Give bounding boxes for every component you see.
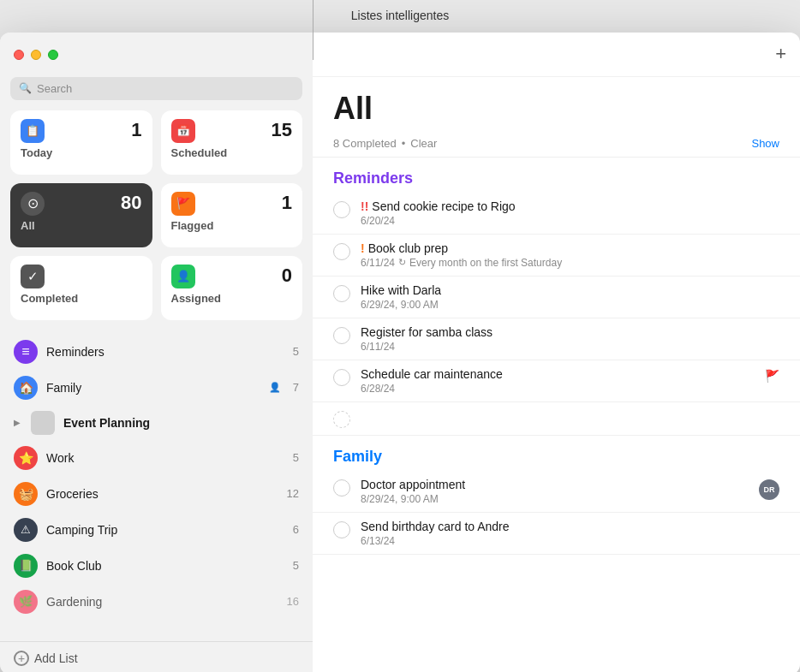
assigned-count: 0 [282, 265, 292, 287]
gardening-list-name: Gardening [46, 595, 278, 609]
reminder-body: Register for samba class 6/11/24 [361, 325, 779, 353]
smart-tile-all[interactable]: ⊙ 80 All [10, 183, 152, 247]
reminder-body: !! Send cookie recipe to Rigo 6/20/24 [361, 199, 779, 227]
sidebar-item-work[interactable]: ⭐ Work 5 [0, 440, 313, 476]
search-icon: 🔍 [19, 82, 32, 94]
show-button[interactable]: Show [751, 137, 779, 150]
reminder-checkbox[interactable] [333, 327, 350, 344]
sidebar-item-reminders[interactable]: ≡ Reminders 5 [0, 334, 313, 370]
app-window: 🔍 Search 📋 1 Today 📅 15 [0, 33, 800, 673]
reminder-item: ! Book club prep 6/11/24 ↻ Every month o… [313, 235, 800, 277]
sidebar-item-gardening[interactable]: 🌿 Gardening 16 [0, 584, 313, 620]
gardening-list-icon: 🌿 [14, 590, 38, 614]
reminder-checkbox[interactable] [333, 369, 350, 386]
priority-indicator: ! [361, 241, 365, 255]
maximize-button[interactable] [48, 50, 58, 60]
add-list-label: Add List [34, 651, 78, 665]
reminders-list-name: Reminders [46, 345, 284, 359]
scheduled-count: 15 [272, 119, 292, 141]
reminder-body: Doctor appointment 8/29/24, 9:00 AM [361, 478, 749, 505]
reminder-title: Send birthday card to Andre [361, 520, 779, 533]
clear-button[interactable]: Clear [410, 137, 437, 150]
sidebar-item-groceries[interactable]: 🧺 Groceries 12 [0, 476, 313, 512]
book-club-list-name: Book Club [46, 559, 284, 573]
reminder-title: ! Book club prep [361, 241, 779, 255]
camping-trip-list-count: 6 [293, 523, 299, 536]
sidebar-item-book-club[interactable]: 📗 Book Club 5 [0, 548, 313, 584]
search-bar[interactable]: 🔍 Search [10, 77, 302, 100]
reminder-checkbox[interactable] [333, 479, 350, 497]
close-button[interactable] [14, 50, 24, 60]
reminder-title: Register for samba class [361, 325, 779, 339]
reminder-item: Doctor appointment 8/29/24, 9:00 AM DR [313, 471, 800, 513]
reminder-checkbox[interactable] [333, 243, 350, 260]
minimize-button[interactable] [31, 50, 41, 60]
assigned-label: Assigned [171, 292, 293, 305]
completed-bar: 8 Completed • Clear Show [313, 134, 800, 158]
all-count: 80 [121, 192, 141, 214]
reminder-checkbox[interactable] [333, 201, 350, 218]
smart-tile-today[interactable]: 📋 1 Today [10, 110, 152, 175]
groceries-list-count: 12 [287, 487, 299, 500]
smart-tile-flagged[interactable]: 🚩 1 Flagged [161, 183, 303, 247]
reminder-body: Send birthday card to Andre 6/13/24 [361, 520, 779, 547]
sidebar-item-camping-trip[interactable]: ⚠ Camping Trip 6 [0, 512, 313, 548]
reminder-date: 6/13/24 [361, 535, 779, 547]
avatar: DR [759, 479, 779, 500]
event-planning-group-icon [31, 411, 55, 435]
priority-indicator: !! [361, 199, 368, 213]
reminder-title: !! Send cookie recipe to Rigo [361, 199, 779, 213]
work-list-icon: ⭐ [14, 446, 38, 470]
sidebar-item-family[interactable]: 🏠 Family 👤 7 [0, 370, 313, 406]
assigned-icon: 👤 [171, 265, 195, 288]
smart-lists-divider [313, 0, 313, 60]
scheduled-icon: 📅 [171, 119, 195, 143]
sidebar-item-event-planning[interactable]: ▶ Event Planning [0, 406, 313, 440]
event-planning-list-name: Event Planning [63, 416, 299, 430]
add-reminder-button[interactable]: + [775, 43, 786, 65]
reminder-item [313, 402, 800, 436]
reminder-date: 6/20/24 [361, 215, 779, 227]
reminders-list-count: 5 [293, 345, 299, 358]
completed-count-text: 8 Completed [333, 137, 397, 150]
reminder-body: Hike with Darla 6/29/24, 9:00 AM [361, 283, 779, 311]
reminder-item: Schedule car maintenance 6/28/24 🚩 [313, 360, 800, 402]
book-club-list-icon: 📗 [14, 554, 38, 578]
repeat-icon: ↻ [398, 257, 406, 268]
reminder-checkbox[interactable] [333, 521, 350, 538]
family-list-count: 7 [293, 381, 299, 394]
today-count: 1 [131, 119, 141, 141]
smart-tile-assigned[interactable]: 👤 0 Assigned [161, 256, 303, 320]
reminder-checkbox-empty[interactable] [333, 411, 350, 428]
search-placeholder-text: Search [37, 82, 72, 95]
add-list-icon: + [14, 651, 29, 666]
today-label: Today [21, 146, 142, 159]
today-icon: 📋 [21, 119, 45, 143]
scheduled-label: Scheduled [171, 146, 293, 159]
completed-label: Completed [21, 292, 142, 305]
smart-tiles-grid: 📋 1 Today 📅 15 Scheduled ⊙ [0, 110, 313, 330]
add-list-button[interactable]: + Add List [0, 641, 313, 673]
family-section: Family Doctor appointment 8/29/24, 9:00 … [313, 436, 800, 555]
reminder-item: !! Send cookie recipe to Rigo 6/20/24 [313, 193, 800, 235]
reminder-body: ! Book club prep 6/11/24 ↻ Every month o… [361, 241, 779, 269]
page-title: All [333, 91, 779, 127]
family-list-name: Family [46, 381, 260, 395]
main-content: + All 8 Completed • Clear Show Reminders [313, 33, 800, 673]
completed-icon: ✓ [21, 265, 45, 288]
smart-tile-scheduled[interactable]: 📅 15 Scheduled [161, 110, 303, 175]
reminder-title: Doctor appointment [361, 478, 749, 491]
smart-tile-completed[interactable]: ✓ Completed [10, 256, 152, 320]
main-header: All [313, 77, 800, 134]
titlebar [0, 33, 313, 77]
family-shared-icon: 👤 [269, 382, 281, 393]
reminder-date: 8/29/24, 9:00 AM [361, 493, 749, 505]
reminder-date: 6/29/24, 9:00 AM [361, 299, 779, 311]
sidebar: 🔍 Search 📋 1 Today 📅 15 [0, 33, 313, 673]
reminder-date: 6/11/24 [361, 341, 779, 353]
reminder-checkbox[interactable] [333, 285, 350, 302]
reminder-date: 6/28/24 [361, 383, 755, 395]
reminders-list-icon: ≡ [14, 340, 38, 364]
groceries-list-icon: 🧺 [14, 482, 38, 506]
work-list-name: Work [46, 451, 284, 465]
